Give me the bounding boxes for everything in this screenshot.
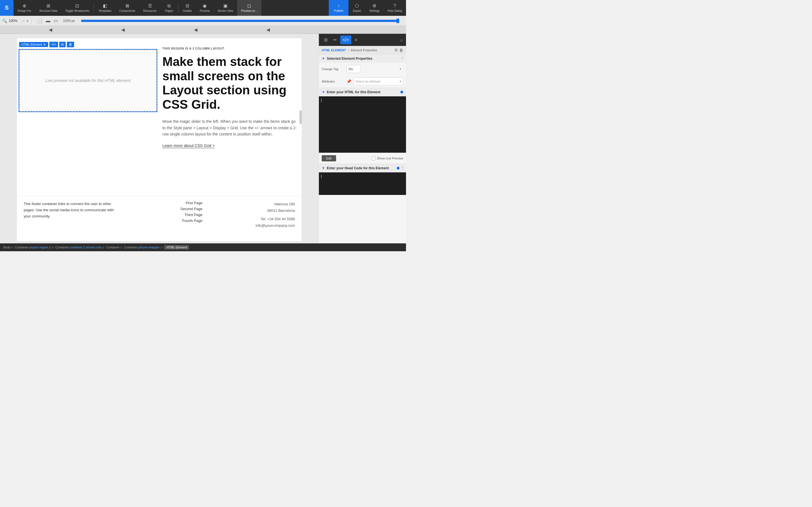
section-help-icon[interactable]: ? — [401, 57, 403, 61]
publish-button[interactable]: ↑ Publish — [329, 0, 349, 16]
pages-button[interactable]: ⧉ Pages — [161, 0, 177, 16]
help-dialog-button[interactable]: ? Help Dialog — [384, 0, 406, 16]
attribute-pin-btn[interactable]: 📌 — [347, 79, 351, 83]
preview-on-icon: ◻ — [247, 3, 251, 8]
zoom-out-icon[interactable]: 🔍 — [2, 18, 7, 23]
resolution-label: 1059 px — [63, 19, 75, 23]
element-delete-btn[interactable]: 🗑 — [67, 42, 74, 47]
panel-header: HTML ELEMENT | Element Properties ⧉ 🗑 — [319, 46, 406, 54]
main-area: HTML Element ▼ </> ⧉ 🗑 Live preview not … — [0, 34, 406, 243]
panel-tab-list[interactable]: ≡ — [352, 36, 359, 44]
live-preview-toggle: Show Live Preview — [371, 157, 403, 160]
panel-body: ▼ Selected Element Properties ? Change T… — [319, 54, 406, 243]
preview-icon: ◉ — [203, 3, 207, 8]
drag-dot-1 — [301, 114, 302, 114]
footer-section: This footer container links to connect t… — [17, 196, 302, 241]
settings-button[interactable]: ⚙ Settings — [365, 0, 384, 16]
learn-more-link[interactable]: Learn more about CSS Grid > — [162, 144, 215, 148]
slider-left-4[interactable]: ◀ — [264, 26, 273, 33]
bc-arrow-3: ▶ — [103, 246, 105, 249]
canvas[interactable]: HTML Element ▼ </> ⧉ 🗑 Live preview not … — [0, 34, 319, 243]
html-section-header[interactable]: ▼ Enter your HTML for this Element — [319, 88, 406, 96]
panel-tab-grid[interactable]: ⊞ — [322, 36, 330, 44]
settings-icon: ⚙ — [372, 3, 376, 8]
design-for-button[interactable]: ⊕ Design For — [13, 0, 35, 16]
html-element-label-btn[interactable]: HTML Element ▼ — [19, 42, 48, 47]
viewport-desktop-icon[interactable]: ⬜ — [36, 17, 43, 24]
guides-button[interactable]: ⊟ Guides — [179, 0, 196, 16]
head-code-cursor — [321, 175, 321, 178]
breadcrumb-container-3[interactable]: Container — [106, 245, 119, 249]
zoom-in-plus-icon[interactable]: + — [26, 18, 29, 23]
html-section-toggle: ▼ — [322, 90, 325, 94]
content-body-text: Move the magic slider to the left. When … — [162, 118, 297, 137]
html-element-box[interactable]: Live preview not available for this HTML… — [19, 50, 157, 112]
section-title: Selected Element Properties — [327, 57, 400, 61]
html-code-editor[interactable] — [319, 96, 406, 153]
panel-tab-edit[interactable]: ✏ — [331, 36, 339, 44]
zoom-value: 100% — [9, 19, 20, 23]
export-button[interactable]: ⬡ Export — [349, 0, 365, 16]
change-tag-select-wrapper: Div Section Article Span — [347, 65, 403, 73]
panel-copy-icon[interactable]: ⧉ — [395, 48, 398, 52]
attributes-row: Attributes 📌 Select an attribute id clas… — [319, 75, 406, 88]
toolbar-sep-2 — [178, 4, 179, 12]
footer-description: This footer container links to connect t… — [24, 201, 121, 219]
components-button[interactable]: ⊠ Components — [115, 0, 139, 16]
region-label: THIS REGION IS A 2 COLUMN LAYOUT. — [162, 47, 297, 50]
footer-link-2[interactable]: Second Page — [181, 207, 202, 211]
panel-search-btn[interactable]: ⌕ — [400, 38, 403, 43]
structure-data-button[interactable]: ⊞ Structure Data — [35, 0, 61, 16]
preview-on-button[interactable]: ◻ Preview on... — [237, 0, 261, 16]
preview-button[interactable]: ◉ Preview — [196, 0, 214, 16]
panel-drag-handle[interactable] — [299, 110, 302, 124]
element-code-btn[interactable]: </> — [49, 42, 58, 47]
breakpoint-handle[interactable] — [396, 18, 399, 23]
content-heading: Make them stack for small screens on the… — [162, 55, 297, 112]
html-section-title: Enter your HTML for this Element — [327, 90, 399, 94]
html-code-section: ▼ Enter your HTML for this Element Edit … — [319, 88, 406, 164]
head-code-editor[interactable] — [319, 172, 406, 195]
breadcrumb-html-element[interactable]: HTML Element — [164, 245, 189, 249]
export-icon: ⬡ — [355, 3, 359, 8]
breakpoint-ruler — [81, 20, 399, 22]
slider-left-1[interactable]: ◀ — [46, 26, 55, 33]
breadcrumb-body[interactable]: Body — [3, 245, 10, 249]
breadcrumb-container-1[interactable]: Container.project-region-1 — [15, 245, 51, 249]
zoom-in-minus-icon[interactable]: − — [22, 18, 24, 23]
live-preview-checkbox[interactable] — [371, 157, 375, 160]
edit-button[interactable]: Edit — [322, 155, 336, 161]
resources-button[interactable]: ☰ Resources — [139, 0, 161, 16]
element-label-chevron: ▼ — [43, 43, 46, 46]
footer-link-3[interactable]: Third Page — [185, 213, 202, 217]
slider-left-3[interactable]: ◀ — [191, 26, 200, 33]
change-tag-select[interactable]: Div Section Article Span — [347, 65, 361, 73]
selected-element-header[interactable]: ▼ Selected Element Properties ? — [319, 54, 406, 63]
bc-arrow-4: ▶ — [121, 246, 123, 249]
resources-icon: ☰ — [148, 3, 152, 8]
breadcrumb-container-2[interactable]: Container.container-1.sd-two-cols — [55, 245, 101, 249]
footer-link-4[interactable]: Fourth Page — [182, 219, 202, 223]
slider-left-2[interactable]: ◀ — [118, 26, 128, 33]
panel-delete-icon[interactable]: 🗑 — [399, 48, 403, 52]
panel-header-sep: | — [348, 48, 350, 52]
templates-button[interactable]: ◧ Templates — [94, 0, 115, 16]
toggle-breakpoints-button[interactable]: ⊡ Toggle Breakpoints — [61, 0, 93, 16]
element-copy-btn[interactable]: ⧉ — [59, 42, 66, 47]
head-section-header[interactable]: ▼ Enter your Head Code for this Element … — [319, 164, 406, 172]
toolbar-sep-1 — [94, 4, 94, 12]
breadcrumb-container-4[interactable]: Container.picture-wrapper — [124, 245, 160, 249]
panel-tabs: ⊞ ✏ </> ≡ ⌕ — [319, 34, 406, 46]
attribute-select[interactable]: Select an attribute id class style data-… — [354, 77, 403, 86]
drag-dot-3 — [301, 117, 302, 118]
pages-icon: ⧉ — [167, 3, 170, 8]
app-logo[interactable]: S — [0, 0, 13, 16]
bc-arrow-5: ▶ — [161, 246, 163, 249]
html-element-placeholder: Live preview not available for this HTML… — [45, 78, 131, 83]
panel-tab-code[interactable]: </> — [340, 36, 351, 44]
viewport-tablet-icon[interactable]: ▬ — [45, 17, 51, 24]
viewport-mobile-icon[interactable]: ▭ — [52, 17, 59, 24]
code-cursor — [321, 99, 321, 102]
footer-link-1[interactable]: First Page — [186, 201, 202, 205]
device-view-button[interactable]: ▣ Device View — [214, 0, 237, 16]
